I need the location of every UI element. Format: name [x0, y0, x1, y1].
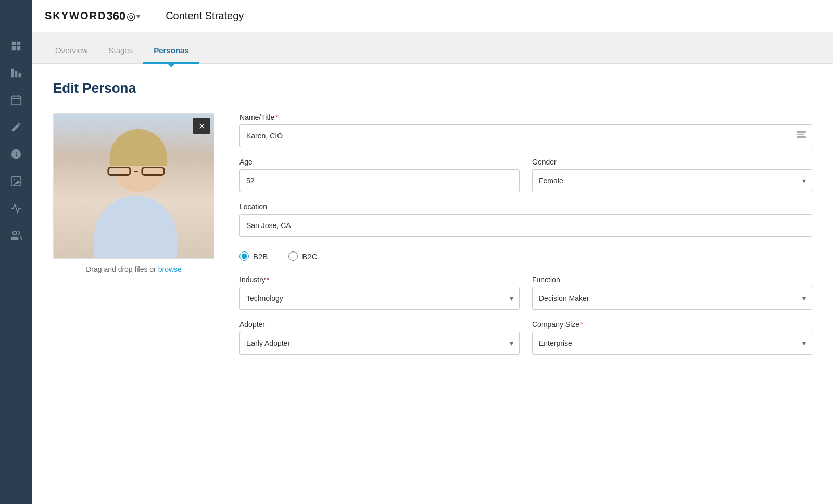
tab-overview[interactable]: Overview	[45, 39, 98, 64]
adopter-select[interactable]: Early Adopter Early Majority Late Majori…	[239, 332, 520, 355]
b2b-b2c-group: B2B B2C	[239, 247, 812, 265]
company-size-select-wrapper: Enterprise Mid-Market SMB Startup ▾	[532, 332, 812, 355]
page-title: Edit Persona	[53, 80, 812, 96]
tab-personas[interactable]: Personas	[143, 39, 199, 64]
persona-image	[54, 114, 214, 258]
industry-required: *	[267, 275, 269, 284]
svg-point-8	[14, 179, 15, 180]
name-input-wrapper	[239, 124, 812, 147]
age-gender-row: Age Gender Female Male Non-binary Other	[239, 158, 812, 192]
gender-field-group: Gender Female Male Non-binary Other ▾	[532, 158, 812, 192]
adopter-field-group: Adopter Early Adopter Early Majority Lat…	[239, 320, 520, 355]
header-title: Content Strategy	[166, 10, 244, 22]
name-field-group: Name/Title*	[239, 113, 812, 147]
header-divider	[153, 8, 153, 24]
company-size-select[interactable]: Enterprise Mid-Market SMB Startup	[532, 332, 812, 355]
logo-number: 360	[106, 9, 125, 23]
sidebar-item-image[interactable]	[0, 168, 32, 195]
logo-dropdown-icon[interactable]: ▾	[136, 12, 140, 20]
gender-select-wrapper: Female Male Non-binary Other ▾	[532, 169, 812, 192]
industry-select[interactable]: Technology Finance Healthcare Education …	[239, 287, 520, 310]
image-section: ✕ Drag and drop files or browse	[53, 113, 214, 273]
svg-rect-10	[797, 131, 806, 133]
name-required: *	[275, 113, 278, 121]
top-header: SKYWORD 360 ◎ ▾ Content Strategy	[32, 0, 833, 32]
sidebar	[0, 0, 32, 504]
svg-rect-0	[11, 69, 14, 78]
function-select-wrapper: Decision Maker Influencer End User Champ…	[532, 287, 812, 310]
location-field-group: Location	[239, 203, 812, 237]
sidebar-item-users[interactable]	[0, 222, 32, 249]
age-field-group: Age	[239, 158, 520, 192]
name-input-icon	[797, 131, 806, 141]
industry-field-group: Industry* Technology Finance Healthcare …	[239, 275, 520, 310]
sidebar-item-grid[interactable]	[0, 32, 32, 59]
svg-rect-1	[15, 71, 18, 77]
form-section: Name/Title* Age	[239, 113, 812, 355]
form-layout: ✕ Drag and drop files or browse Name/Tit…	[53, 113, 812, 355]
tab-stages[interactable]: Stages	[98, 39, 144, 64]
sidebar-item-pencil[interactable]	[0, 141, 32, 168]
svg-rect-11	[797, 134, 804, 135]
sidebar-item-chart[interactable]	[0, 59, 32, 86]
logo-text: SKYWORD	[45, 10, 106, 22]
name-label: Name/Title*	[239, 113, 812, 121]
company-size-label: Company Size*	[532, 320, 812, 329]
image-hint: Drag and drop files or browse	[86, 265, 182, 273]
tab-indicator	[167, 63, 175, 67]
sidebar-item-edit[interactable]	[0, 114, 32, 141]
adopter-select-wrapper: Early Adopter Early Majority Late Majori…	[239, 332, 520, 355]
gender-select[interactable]: Female Male Non-binary Other	[532, 169, 812, 192]
svg-rect-2	[19, 73, 21, 77]
b2c-option[interactable]: B2C	[288, 251, 317, 261]
logo-area: SKYWORD 360 ◎ ▾	[45, 9, 140, 23]
b2b-radio[interactable]	[239, 251, 249, 261]
browse-link[interactable]: browse	[158, 265, 182, 273]
svg-rect-12	[797, 136, 806, 138]
function-select[interactable]: Decision Maker Influencer End User Champ…	[532, 287, 812, 310]
gender-label: Gender	[532, 158, 812, 166]
company-size-required: *	[580, 320, 583, 329]
b2c-radio[interactable]	[288, 251, 298, 261]
company-size-field-group: Company Size* Enterprise Mid-Market SMB …	[532, 320, 812, 355]
sidebar-item-calendar[interactable]	[0, 86, 32, 114]
function-field-group: Function Decision Maker Influencer End U…	[532, 275, 812, 310]
content: Edit Persona	[32, 64, 833, 504]
adopter-label: Adopter	[239, 320, 520, 329]
industry-function-row: Industry* Technology Finance Healthcare …	[239, 275, 812, 310]
remove-image-button[interactable]: ✕	[193, 118, 210, 134]
b2b-option[interactable]: B2B	[239, 251, 268, 261]
sidebar-logo	[0, 0, 32, 32]
location-input[interactable]	[239, 214, 812, 237]
industry-select-wrapper: Technology Finance Healthcare Education …	[239, 287, 520, 310]
sub-nav: Overview Stages Personas	[32, 32, 833, 64]
age-label: Age	[239, 158, 520, 166]
main-area: SKYWORD 360 ◎ ▾ Content Strategy Overvie…	[32, 0, 833, 504]
svg-rect-7	[11, 177, 21, 186]
function-label: Function	[532, 275, 812, 284]
persona-image-container: ✕	[53, 113, 214, 259]
name-input[interactable]	[239, 124, 812, 147]
sidebar-item-analytics[interactable]	[0, 195, 32, 222]
svg-point-9	[13, 231, 17, 235]
logo-circle-icon: ◎	[127, 10, 135, 22]
adopter-companysize-row: Adopter Early Adopter Early Majority Lat…	[239, 320, 812, 355]
industry-label: Industry*	[239, 275, 520, 284]
location-label: Location	[239, 203, 812, 211]
svg-rect-3	[11, 96, 21, 105]
age-input[interactable]	[239, 169, 520, 192]
